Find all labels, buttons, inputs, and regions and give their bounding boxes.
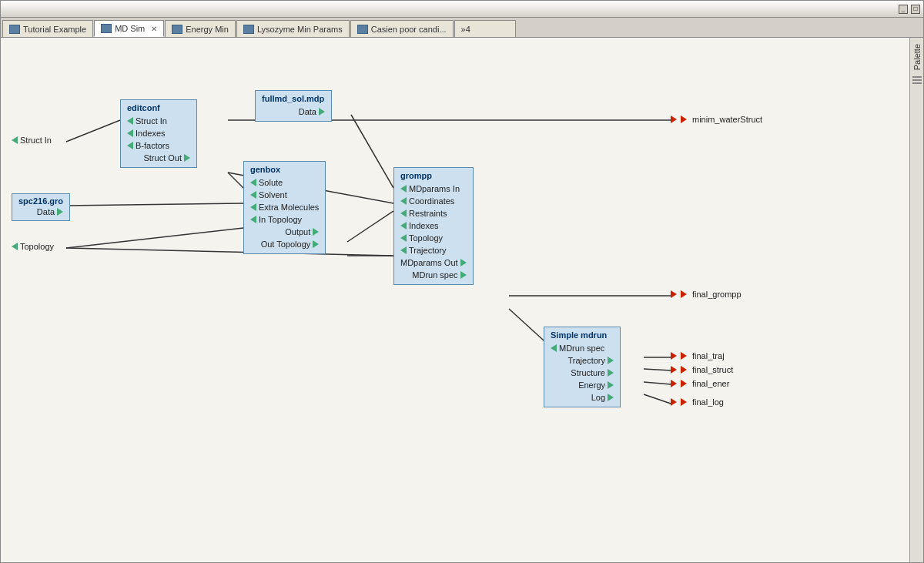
grompp-mdparams-in: MDparams In	[400, 183, 467, 195]
final-struct-output: final_struct	[671, 365, 733, 374]
svg-line-3	[228, 173, 243, 188]
genbox-in-topology: In Topology	[250, 213, 319, 226]
tab-casien[interactable]: Casien poor candi...	[350, 20, 454, 37]
port-in-icon	[127, 117, 133, 125]
output-arrow-icon	[671, 366, 677, 374]
svg-line-1	[66, 203, 243, 206]
tab-tutorial-example[interactable]: Tutorial Example	[2, 20, 93, 37]
port-in-icon	[127, 129, 133, 137]
output-arrow-icon	[671, 290, 677, 298]
tab-overflow-label: »4	[461, 25, 470, 34]
minimize-button[interactable]: _	[899, 5, 908, 14]
tab-overflow[interactable]: »4	[454, 20, 516, 37]
port-in-icon	[400, 222, 407, 230]
fullmd-node[interactable]: fullmd_sol.mdp Data	[255, 90, 332, 122]
final-log-output: final_log	[671, 397, 724, 407]
tab-md-sim[interactable]: MD Sim ✕	[94, 20, 164, 37]
genbox-extra-molecules: Extra Molecules	[250, 201, 319, 213]
output-arrow-icon	[671, 352, 677, 360]
svg-line-8	[66, 248, 393, 256]
genbox-solute: Solute	[250, 176, 319, 189]
simple-mdrun-node[interactable]: Simple mdrun MDrun spec Trajectory Struc…	[544, 327, 621, 407]
port-out-icon	[319, 108, 325, 116]
fullmd-title: fullmd_sol.mdp	[262, 94, 325, 103]
editconf-node[interactable]: editconf Struct In Indexes B-factors Str…	[120, 99, 197, 168]
mdrun-mdrun-spec: MDrun spec	[551, 342, 614, 354]
struct-in-input: Struct In	[12, 136, 52, 145]
tab-label: Tutorial Example	[23, 25, 86, 34]
genbox-output: Output	[250, 226, 319, 238]
mdrun-log: Log	[551, 391, 614, 404]
spc216-node[interactable]: spc216.gro Data	[12, 193, 70, 221]
topology-input: Topology	[12, 242, 54, 251]
main-area: Struct In editconf Struct In Indexes B-f…	[1, 38, 923, 562]
grompp-node[interactable]: grompp MDparams In Coordinates Restraint…	[393, 167, 474, 285]
tab-label: Energy Min	[186, 25, 229, 34]
port-in-icon	[400, 185, 407, 193]
output-arrow-icon	[671, 398, 677, 406]
genbox-title: genbox	[250, 165, 319, 174]
port-out-icon	[460, 259, 467, 266]
canvas[interactable]: Struct In editconf Struct In Indexes B-f…	[1, 38, 909, 562]
editconf-title: editconf	[127, 103, 190, 112]
struct-in-port	[12, 136, 18, 144]
svg-line-14	[644, 394, 671, 404]
final-grompp-output: final_grompp	[671, 290, 742, 299]
output-arrow-icon	[681, 290, 687, 298]
palette-lines	[912, 76, 922, 84]
port-out-icon	[460, 271, 467, 279]
titlebar: _ □	[1, 1, 923, 18]
grompp-trajectory: Trajectory	[400, 244, 467, 256]
svg-line-9	[509, 309, 544, 340]
palette-label: Palette	[911, 41, 923, 73]
port-in-icon	[250, 203, 256, 211]
minim-waterstruct-output: minim_waterStruct	[671, 115, 762, 124]
tab-close-icon[interactable]: ✕	[151, 25, 157, 33]
output-arrow-icon	[671, 116, 677, 123]
grompp-mdrun-spec: MDrun spec	[400, 269, 467, 281]
svg-line-6	[347, 211, 393, 242]
tab-label: Lysozyme Min Params	[257, 25, 343, 34]
port-in-icon	[400, 197, 407, 205]
spc216-title: spc216.gro	[18, 196, 63, 206]
editconf-bfactors: B-factors	[127, 139, 190, 152]
grompp-indexes: Indexes	[400, 220, 467, 232]
port-in-icon	[400, 209, 407, 217]
output-arrow-icon	[671, 380, 677, 387]
port-out-icon	[313, 228, 319, 236]
port-out-icon	[608, 357, 614, 364]
tab-energy-min[interactable]: Energy Min	[165, 20, 236, 37]
svg-line-12	[644, 369, 671, 370]
port-out-icon	[57, 208, 63, 216]
genbox-out-topology: Out Topology	[250, 238, 319, 250]
port-in-icon	[400, 234, 407, 242]
maximize-button[interactable]: □	[911, 5, 920, 14]
port-in-icon	[551, 344, 557, 352]
output-arrow-icon	[681, 352, 687, 360]
svg-line-2	[66, 228, 243, 248]
output-arrow-icon	[681, 380, 687, 387]
editconf-struct-in: Struct In	[127, 115, 190, 127]
port-out-icon	[608, 369, 614, 377]
port-in-icon	[400, 246, 407, 254]
grompp-restraints: Restraints	[400, 207, 467, 220]
editconf-struct-out: Struct Out	[127, 152, 190, 164]
svg-line-0	[66, 120, 120, 142]
palette-sidebar[interactable]: Palette	[909, 38, 923, 562]
grompp-coordinates: Coordinates	[400, 195, 467, 207]
port-out-icon	[184, 154, 190, 162]
grompp-topology: Topology	[400, 232, 467, 244]
genbox-node[interactable]: genbox Solute Solvent Extra Molecules In…	[243, 161, 326, 254]
genbox-solvent: Solvent	[250, 189, 319, 201]
final-traj-output: final_traj	[671, 351, 725, 360]
output-arrow-icon	[681, 116, 687, 123]
topology-in-port	[12, 243, 18, 250]
port-out-icon	[608, 381, 614, 389]
grompp-mdparams-out: MDparams Out	[400, 256, 467, 269]
port-out-icon	[608, 394, 614, 401]
svg-line-5	[351, 115, 393, 188]
grompp-title: grompp	[400, 171, 467, 180]
mdrun-structure: Structure	[551, 367, 614, 379]
final-ener-output: final_ener	[671, 379, 729, 388]
tab-lysozyme[interactable]: Lysozyme Min Params	[236, 20, 350, 37]
